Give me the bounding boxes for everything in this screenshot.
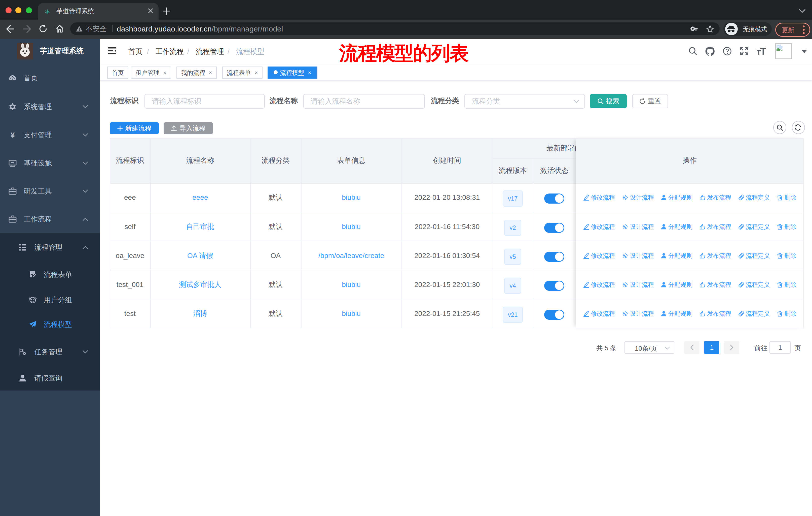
svg-text:¥: ¥ [10, 131, 15, 139]
